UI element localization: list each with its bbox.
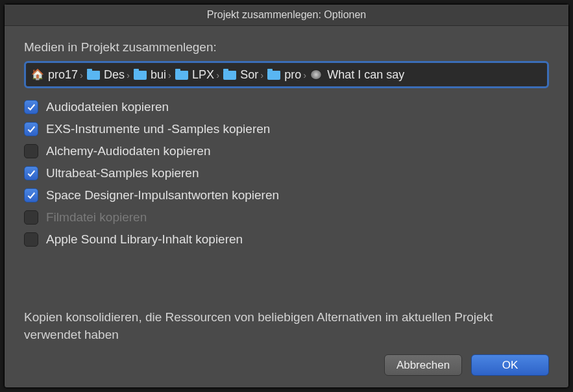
chevron-right-icon: ›: [168, 69, 171, 80]
check-icon: [26, 190, 36, 201]
check-icon: [26, 102, 36, 112]
window-title: Projekt zusammenlegen: Optionen: [207, 9, 366, 20]
option-label: Space Designer-Impulsantworten kopieren: [46, 188, 279, 202]
option-row: Filmdatei kopieren: [24, 210, 549, 225]
section-label: Medien in Projekt zusammenlegen:: [24, 40, 549, 55]
ok-button-label: OK: [502, 359, 518, 372]
breadcrumb-item[interactable]: What I can say: [310, 68, 404, 82]
folder-icon: [134, 69, 147, 80]
breadcrumb-item[interactable]: LPX: [175, 68, 214, 82]
option-label: Alchemy-Audiodaten kopieren: [46, 144, 211, 158]
description-text: Kopien konsolidieren, die Ressourcen von…: [24, 308, 549, 344]
ok-button[interactable]: OK: [471, 354, 549, 376]
chevron-right-icon: ›: [127, 69, 130, 80]
checkbox[interactable]: [24, 122, 38, 136]
breadcrumb-label: What I can say: [327, 68, 404, 82]
folder-icon: [267, 69, 280, 80]
chevron-right-icon: ›: [80, 69, 83, 80]
option-row[interactable]: Apple Sound Library-Inhalt kopieren: [24, 232, 549, 247]
option-row[interactable]: Alchemy-Audiodaten kopieren: [24, 144, 549, 158]
button-row: Abbrechen OK: [24, 354, 549, 376]
option-label: Apple Sound Library-Inhalt kopieren: [46, 232, 243, 247]
chevron-right-icon: ›: [303, 69, 306, 80]
checkbox[interactable]: [24, 144, 38, 158]
breadcrumb-label: Des: [104, 68, 125, 82]
option-row[interactable]: Space Designer-Impulsantworten kopieren: [24, 188, 549, 202]
options-list: Audiodateien kopierenEXS-Instrumente und…: [24, 100, 549, 247]
checkbox[interactable]: [24, 100, 38, 114]
breadcrumb-item[interactable]: pro: [267, 68, 301, 82]
check-icon: [26, 168, 36, 178]
folder-icon: [175, 69, 188, 80]
project-icon: [310, 69, 323, 80]
folder-icon: [87, 69, 100, 80]
cancel-button-label: Abbrechen: [396, 359, 450, 372]
cancel-button[interactable]: Abbrechen: [384, 354, 462, 376]
breadcrumb[interactable]: 🏠pro17›Des›bui›LPX›Sor›pro›What I can sa…: [24, 61, 549, 88]
folder-icon: [223, 69, 236, 80]
option-row[interactable]: Audiodateien kopieren: [24, 100, 549, 114]
checkbox[interactable]: [24, 166, 38, 180]
breadcrumb-item[interactable]: 🏠pro17: [31, 68, 78, 82]
dialog-window: Projekt zusammenlegen: Optionen Medien i…: [4, 4, 569, 388]
breadcrumb-label: pro17: [48, 68, 78, 82]
option-label: EXS-Instrumente und -Samples kopieren: [46, 122, 270, 136]
breadcrumb-label: Sor: [240, 68, 258, 82]
checkbox[interactable]: [24, 188, 38, 202]
home-icon: 🏠: [31, 69, 44, 80]
breadcrumb-item[interactable]: Sor: [223, 68, 258, 82]
check-icon: [26, 124, 36, 134]
option-label: Filmdatei kopieren: [46, 210, 147, 225]
breadcrumb-item[interactable]: Des: [87, 68, 125, 82]
checkbox: [24, 210, 38, 225]
option-row[interactable]: Ultrabeat-Samples kopieren: [24, 166, 549, 180]
breadcrumb-label: LPX: [192, 68, 214, 82]
checkbox[interactable]: [24, 232, 38, 247]
chevron-right-icon: ›: [216, 69, 219, 80]
chevron-right-icon: ›: [260, 69, 263, 80]
breadcrumb-label: pro: [284, 68, 301, 82]
breadcrumb-label: bui: [151, 68, 166, 82]
dialog-content: Medien in Projekt zusammenlegen: 🏠pro17›…: [5, 26, 568, 387]
breadcrumb-item[interactable]: bui: [134, 68, 166, 82]
option-row[interactable]: EXS-Instrumente und -Samples kopieren: [24, 122, 549, 136]
option-label: Ultrabeat-Samples kopieren: [46, 166, 199, 180]
option-label: Audiodateien kopieren: [46, 100, 169, 114]
titlebar: Projekt zusammenlegen: Optionen: [5, 5, 568, 26]
